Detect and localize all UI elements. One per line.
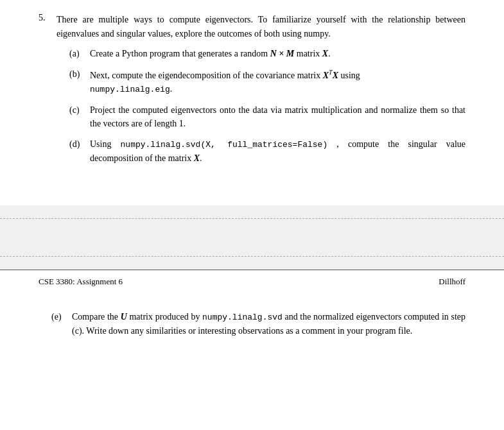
sub-item-d: (d) Using numpy.linalg.svd(X, full_matri… <box>69 137 465 166</box>
footer-author: Dillhoff <box>439 277 465 287</box>
footer-course: CSE 3380: Assignment 6 <box>39 277 123 287</box>
page-bottom-content: (e) Compare the U matrix produced by num… <box>0 293 504 357</box>
sub-label-e: (e) <box>51 310 72 338</box>
sub-text-e: Compare the U matrix produced by numpy.l… <box>72 310 465 338</box>
sub-text-c: Project the computed eigenvectors onto t… <box>90 103 465 131</box>
sub-items-bottom: (e) Compare the U matrix produced by num… <box>51 310 465 338</box>
sub-label-c: (c) <box>69 103 90 131</box>
sub-a-math: N × M <box>270 49 295 58</box>
sub-a-X: X <box>322 49 328 58</box>
sub-a-period: . <box>328 49 331 58</box>
problem-intro: There are multiple ways to compute eigen… <box>56 13 465 172</box>
sub-d-code: numpy.linalg.svd(X, full_matrices=False) <box>121 140 328 150</box>
sub-label-a: (a) <box>69 47 90 61</box>
sub-label-d: (d) <box>69 137 90 166</box>
sub-item-a: (a) Create a Python program that generat… <box>69 47 465 61</box>
sub-a-text: Create a Python program that generates a… <box>90 49 268 58</box>
sub-items-list: (a) Create a Python program that generat… <box>69 47 465 165</box>
dashed-line-bottom <box>0 256 504 257</box>
sub-label-b: (b) <box>69 67 90 96</box>
sub-text-b: Next, compute the eigendecomposition of … <box>90 67 465 96</box>
sub-e-text1: Compare the <box>72 312 118 322</box>
sub-e-U: U <box>121 312 127 322</box>
sub-text-d: Using numpy.linalg.svd(X, full_matrices=… <box>90 137 465 166</box>
problem-5: 5. There are multiple ways to compute ei… <box>39 13 465 172</box>
page-top-content: 5. There are multiple ways to compute ei… <box>0 0 504 193</box>
sub-b-using: using <box>340 71 360 80</box>
sub-d-X: X <box>194 153 200 163</box>
sub-b-text: Next, compute the eigendecomposition of … <box>90 71 320 80</box>
sub-b-code: numpy.linalg.eig <box>90 85 170 94</box>
sub-e-text2: matrix produced by <box>129 312 202 322</box>
dashed-line-top <box>0 218 504 219</box>
sub-b-period: . <box>170 84 173 94</box>
intro-text: There are multiple ways to compute eigen… <box>56 15 465 39</box>
sub-d-text: Using <box>90 139 111 149</box>
footer-bar: CSE 3380: Assignment 6 Dillhoff <box>0 270 504 293</box>
sub-item-c: (c) Project the computed eigenvectors on… <box>69 103 465 131</box>
problem-number: 5. <box>39 13 56 172</box>
separator-area <box>0 205 504 270</box>
sub-d-period: . <box>200 153 202 163</box>
sub-e-code: numpy.linalg.svd <box>202 313 282 322</box>
sub-b-math: XTX <box>323 71 338 80</box>
sub-text-a: Create a Python program that generates a… <box>90 47 465 61</box>
sub-item-b: (b) Next, compute the eigendecomposition… <box>69 67 465 96</box>
sub-a-text2: matrix <box>297 49 322 58</box>
sub-item-e: (e) Compare the U matrix produced by num… <box>51 310 465 338</box>
